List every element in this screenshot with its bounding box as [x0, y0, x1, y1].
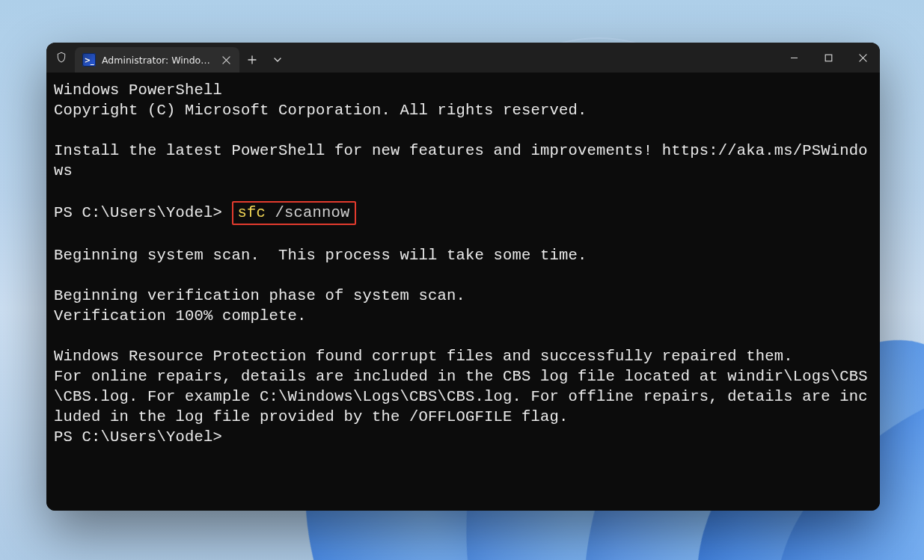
- banner-line: Windows PowerShell: [54, 81, 222, 99]
- command-arg: /scannow: [266, 204, 350, 221]
- install-msg: Install the latest PowerShell for new fe…: [54, 142, 868, 179]
- tab-powershell[interactable]: >_ Administrator: Windows Powe: [75, 47, 239, 73]
- prompt: PS C:\Users\Yodel>: [54, 204, 232, 221]
- titlebar[interactable]: >_ Administrator: Windows Powe: [46, 43, 880, 73]
- prompt: PS C:\Users\Yodel>: [54, 428, 222, 446]
- powershell-icon: >_: [82, 53, 96, 67]
- close-button[interactable]: [845, 43, 880, 73]
- command-exe: sfc: [238, 204, 266, 221]
- terminal-output[interactable]: Windows PowerShell Copyright (C) Microso…: [46, 73, 880, 511]
- terminal-window: >_ Administrator: Windows Powe: [46, 43, 880, 511]
- banner-line: Copyright (C) Microsoft Corporation. All…: [54, 102, 587, 119]
- highlighted-command: sfc /scannow: [232, 201, 356, 225]
- minimize-button[interactable]: [777, 43, 811, 73]
- result-msg: Windows Resource Protection found corrup…: [54, 348, 868, 425]
- maximize-button[interactable]: [811, 43, 845, 73]
- verify-done: Verification 100% complete.: [54, 307, 307, 324]
- shield-icon: [52, 49, 70, 67]
- tab-overflow-button[interactable]: [265, 47, 290, 73]
- scan-begin: Beginning system scan. This process will…: [54, 247, 587, 264]
- tab-close-button[interactable]: [218, 52, 233, 67]
- tab-title: Administrator: Windows Powe: [102, 55, 212, 66]
- new-tab-button[interactable]: [239, 47, 265, 73]
- svg-rect-0: [825, 55, 832, 61]
- verify-begin: Beginning verification phase of system s…: [54, 287, 465, 304]
